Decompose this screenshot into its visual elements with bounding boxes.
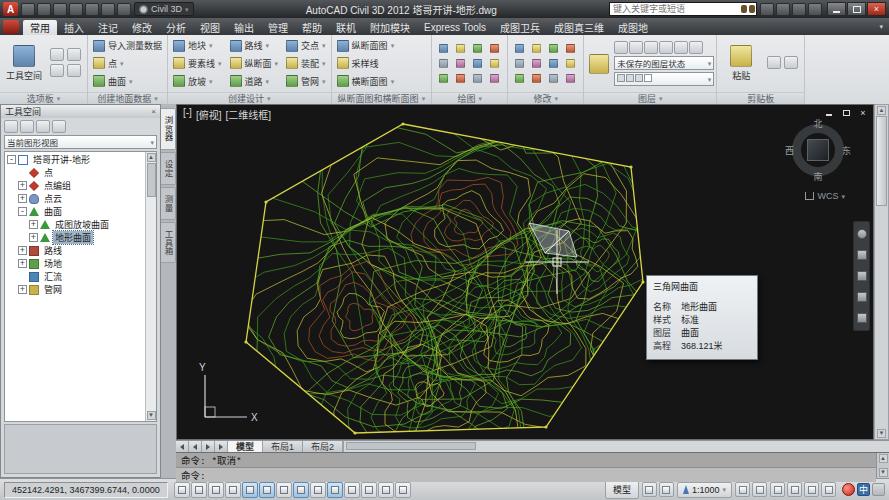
annotation-scale-button[interactable]: 1:1000 ▾	[677, 482, 732, 498]
ribbon-tab[interactable]: 成图地	[611, 20, 655, 35]
ribbon-tab[interactable]: Express Tools	[417, 20, 493, 35]
view-cube[interactable]: 北 南 西 东	[787, 119, 849, 181]
expand-icon[interactable]: +	[18, 194, 27, 203]
tree-item[interactable]: +路线	[5, 244, 145, 257]
toolbar-lock-icon[interactable]	[787, 482, 802, 497]
layer-properties-icon[interactable]	[589, 54, 609, 74]
ribbon-tab[interactable]: 分析	[159, 20, 193, 35]
survey-toolspace-icon[interactable]	[50, 64, 64, 77]
sign-in-icon[interactable]	[760, 3, 774, 16]
close-button[interactable]: ×	[867, 2, 886, 16]
scale-icon[interactable]	[512, 57, 527, 70]
maximize-button[interactable]	[847, 2, 866, 16]
toggle-grid-display[interactable]	[208, 482, 224, 498]
copy-clip-icon[interactable]	[767, 56, 781, 69]
search-input[interactable]	[610, 4, 741, 14]
properties-palette-icon[interactable]	[50, 48, 64, 61]
tree-scrollbar[interactable]: ▲ ▼	[145, 152, 156, 421]
layout-tab[interactable]: 模型	[228, 441, 263, 452]
ribbon-tab[interactable]: 插入	[57, 20, 91, 35]
ribbon-button[interactable]: 采样线	[334, 55, 398, 71]
first-layout-icon[interactable]	[176, 441, 189, 452]
toolspace-close-icon[interactable]: ×	[151, 107, 156, 116]
tree-item[interactable]: 点	[5, 166, 145, 179]
quick-view-layouts-icon[interactable]	[642, 482, 657, 497]
scroll-up-icon[interactable]: ▲	[879, 454, 888, 463]
scroll-down-icon[interactable]: ▼	[877, 429, 886, 438]
undo-icon[interactable]	[85, 3, 99, 16]
compass-east[interactable]: 东	[842, 144, 851, 157]
panorama-toggle-icon[interactable]	[36, 120, 50, 133]
refresh-icon[interactable]	[4, 120, 18, 133]
ribbon-tab[interactable]: 视图	[193, 20, 227, 35]
ribbon-tab[interactable]: 注记	[91, 20, 125, 35]
toggle-quick-properties[interactable]	[378, 482, 394, 498]
scroll-up-icon[interactable]: ▲	[877, 106, 886, 115]
drawing-minimize-button[interactable]	[823, 108, 835, 118]
showmotion-icon[interactable]	[857, 313, 867, 323]
help-icon[interactable]	[52, 120, 66, 133]
tree-item[interactable]: +成图放坡曲面	[5, 218, 145, 231]
copy-icon[interactable]	[546, 42, 561, 55]
zoom-icon[interactable]	[857, 271, 867, 281]
ellipse-icon[interactable]	[453, 57, 468, 70]
communication-center-icon[interactable]	[776, 3, 790, 16]
ribbon-tab[interactable]: 输出	[227, 20, 261, 35]
layer-lock-icon[interactable]	[659, 41, 673, 54]
cut-icon[interactable]	[784, 56, 798, 69]
ribbon-tab[interactable]: 管理	[261, 20, 295, 35]
model-viewport[interactable]: YX [-][俯视][二维线框] × 北 南 西 东	[176, 104, 874, 440]
ribbon-panel-label[interactable]: 图层▾	[584, 92, 716, 104]
toolspace-tab[interactable]: 工具箱	[161, 222, 176, 264]
compass-south[interactable]: 南	[813, 170, 822, 183]
minimize-button[interactable]	[827, 2, 846, 16]
ribbon-panel-label[interactable]: 创建地面数据▾	[88, 92, 167, 104]
ribbon-tab[interactable]: 成图真三维	[547, 20, 611, 35]
trim-icon[interactable]	[563, 57, 578, 70]
paste-button[interactable]: 粘贴	[719, 36, 763, 91]
ribbon-panel-label[interactable]: 纵断面图和横断面图▾	[332, 92, 432, 104]
redo-icon[interactable]	[101, 3, 115, 16]
ribbon-tab[interactable]: 成图卫兵	[493, 20, 547, 35]
autodesk-online-icon[interactable]	[842, 483, 855, 496]
toggle-dynamic-ucs[interactable]	[310, 482, 326, 498]
toggle-object-snap[interactable]	[259, 482, 275, 498]
compass-north[interactable]: 北	[813, 117, 822, 130]
layout-tab[interactable]: 布局1	[263, 441, 303, 452]
mtext-icon[interactable]	[487, 72, 502, 85]
expand-icon[interactable]: +	[18, 259, 27, 268]
quick-view-drawings-icon[interactable]	[659, 482, 674, 497]
tree-item[interactable]: 汇流	[5, 270, 145, 283]
expand-icon[interactable]: +	[29, 233, 38, 242]
app-menu-icon[interactable]	[21, 3, 35, 16]
ribbon-panel-label[interactable]: 创建设计▾	[168, 92, 331, 104]
command-input-line[interactable]: 命令:	[176, 467, 876, 482]
ribbon-button[interactable]: 管网▾	[283, 73, 329, 89]
expand-icon[interactable]: +	[18, 181, 27, 190]
ribbon-button[interactable]: 交点▾	[283, 38, 329, 54]
tray-settings-icon[interactable]	[872, 483, 885, 496]
ribbon-panel-label[interactable]: 选项板▾	[0, 92, 87, 104]
tree-item[interactable]: -曲面	[5, 205, 145, 218]
ribbon-button[interactable]: 路线▾	[227, 38, 282, 54]
viewport-horizontal-scrollbar[interactable]	[343, 441, 889, 452]
layer-isolate-icon[interactable]	[629, 41, 643, 54]
region-icon[interactable]	[453, 72, 468, 85]
ribbon-panel-label[interactable]: 修改▾	[508, 92, 583, 104]
auto-scale-icon[interactable]	[752, 482, 767, 497]
toggle-object-snap-tracking[interactable]	[293, 482, 309, 498]
expand-icon[interactable]: +	[18, 285, 27, 294]
tree-item[interactable]: -塔哥开讲-地形	[5, 153, 145, 166]
toolbox-icon[interactable]	[67, 64, 81, 77]
application-menu-button[interactable]: A	[3, 2, 18, 16]
ribbon-button[interactable]: 道路▾	[227, 73, 282, 89]
workspace-switcher[interactable]: Civil 3D ▾	[134, 2, 194, 16]
ribbon-tab[interactable]: 常用	[23, 20, 57, 35]
toolspace-tab[interactable]: 测量	[161, 187, 176, 220]
scroll-down-icon[interactable]: ▼	[147, 411, 156, 420]
toggle-dynamic-input[interactable]	[327, 482, 343, 498]
view-control[interactable]: [俯视]	[196, 107, 222, 122]
annotation-visibility-icon[interactable]	[735, 482, 750, 497]
ribbon-button[interactable]: 要素线▾	[170, 55, 225, 71]
tree-item[interactable]: +点编组	[5, 179, 145, 192]
